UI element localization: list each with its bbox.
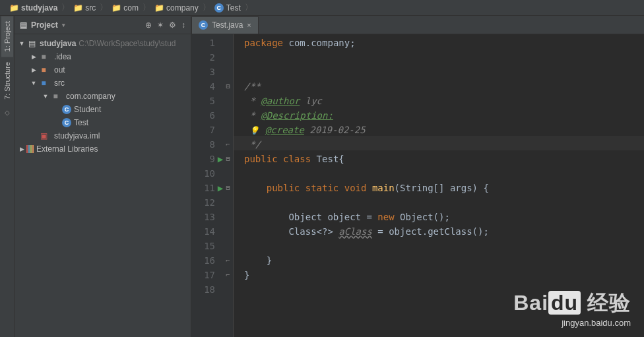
line-number[interactable]: 14 [191, 224, 215, 239]
fold-mark[interactable]: ⊟ [223, 79, 233, 94]
expand-icon[interactable]: ▶ [29, 67, 38, 73]
code-line[interactable]: public class Test{ [244, 152, 644, 166]
code-line[interactable] [244, 166, 644, 181]
locate-icon[interactable]: ⊕ [145, 20, 152, 30]
fold-mark[interactable] [223, 210, 233, 224]
editor-tab-test[interactable]: C Test.java × [191, 16, 259, 34]
tool-tab-project[interactable]: 1: Project [1, 16, 13, 57]
line-number[interactable]: 5 [191, 94, 215, 108]
fold-mark[interactable] [223, 94, 233, 108]
code-line[interactable]: public static void main(String[] args) { [244, 181, 644, 195]
fold-mark[interactable]: ⌐ [223, 137, 233, 152]
code-line[interactable]: package com.company; [244, 36, 644, 50]
code-line[interactable]: Object object = new Object(); [244, 210, 644, 224]
close-icon[interactable]: × [247, 21, 251, 29]
code-line[interactable]: /** [244, 79, 644, 94]
code-line[interactable] [244, 50, 644, 65]
code-line[interactable]: 💡 @create 2019-02-25 [244, 123, 644, 137]
line-number[interactable]: 16 [191, 253, 215, 268]
expand-icon[interactable]: ▶ [17, 146, 26, 152]
line-number[interactable]: 13 [191, 210, 215, 224]
tree-item[interactable]: ▼■src [15, 77, 191, 90]
line-number[interactable]: 2 [191, 50, 215, 65]
breadcrumb-item-test[interactable]: C Test [210, 3, 245, 13]
code-content[interactable]: package com.company;/** * @author lyc * … [234, 34, 644, 337]
fold-mark[interactable] [223, 123, 233, 137]
fold-mark[interactable] [223, 108, 233, 123]
sidebar-title[interactable]: ▤ Project ▾ [20, 20, 65, 30]
expand-icon[interactable]: ▶ [29, 53, 38, 60]
line-number[interactable]: 1 [191, 36, 215, 50]
fold-mark[interactable]: ⌐ [223, 253, 233, 268]
tree-item[interactable]: ▶■.idea [15, 50, 191, 63]
line-number[interactable]: 17 [191, 268, 215, 282]
collapse-icon[interactable]: ✶ [157, 20, 164, 30]
tree-item[interactable]: CStudent [15, 103, 191, 116]
line-number[interactable]: 11▶ [191, 181, 215, 195]
code-line[interactable] [244, 65, 644, 79]
fold-mark[interactable] [223, 282, 233, 297]
code-line[interactable]: */ [244, 137, 644, 152]
breadcrumb-item-root[interactable]: 📁 studyjava [5, 3, 61, 13]
tool-tab-structure[interactable]: 7: Structure [1, 57, 13, 105]
line-number[interactable]: 18 [191, 282, 215, 297]
tree-item[interactable]: ▣studyjava.iml [15, 129, 191, 142]
editor-area: C Test.java × 123456789▶1011▶12131415161… [191, 16, 644, 337]
line-number[interactable]: 12 [191, 195, 215, 210]
run-gutter-icon[interactable]: ▶ [215, 181, 226, 195]
tree-item[interactable]: CTest [15, 116, 191, 129]
expand-icon[interactable]: ▼ [29, 80, 38, 86]
line-number[interactable]: 3 [191, 65, 215, 79]
fold-mark[interactable] [223, 166, 233, 181]
fold-mark[interactable]: ⌐ [223, 268, 233, 282]
code-line[interactable] [244, 239, 644, 253]
line-number[interactable]: 8 [191, 137, 215, 152]
breadcrumb-item-src[interactable]: 📁 src [69, 3, 100, 13]
fold-mark[interactable] [223, 239, 233, 253]
code-line[interactable]: Class<?> aClass = object.getClass(); [244, 224, 644, 239]
expand-icon[interactable]: ▼ [41, 93, 50, 100]
tree-item[interactable]: ▶■out [15, 63, 191, 77]
chevron-right-icon: 〉 [100, 2, 108, 13]
folder-icon: ■ [50, 91, 61, 102]
fold-mark[interactable] [223, 36, 233, 50]
code-line[interactable]: * @Description: [244, 108, 644, 123]
folder-icon: 📁 [73, 3, 82, 13]
fold-mark[interactable] [223, 195, 233, 210]
expand-icon[interactable]: ▼ [17, 40, 26, 47]
sidebar-header: ▤ Project ▾ ⊕ ✶ ⚙ ↕ [15, 16, 191, 34]
run-gutter-icon[interactable]: ▶ [215, 152, 226, 166]
code-line[interactable]: } [244, 253, 644, 268]
fold-mark[interactable] [223, 65, 233, 79]
iml-file-icon: ▣ [38, 131, 49, 141]
chevron-right-icon: 〉 [143, 2, 150, 13]
hide-icon[interactable]: ↕ [181, 20, 185, 30]
code-line[interactable]: } [244, 268, 644, 282]
class-icon: C [199, 20, 208, 30]
line-number[interactable]: 4 [191, 79, 215, 94]
project-icon: ▤ [20, 20, 27, 30]
editor-body[interactable]: 123456789▶1011▶12131415161718 ⊟⌐⊟⊟⌐⌐ pac… [191, 34, 644, 337]
tree-external-libs[interactable]: ▶ External Libraries [15, 142, 191, 156]
class-icon: C [62, 118, 71, 127]
tree-root[interactable]: ▼ ▤ studyjava C:\D\WorkSpace\study\stud [15, 37, 191, 50]
line-number[interactable]: 10 [191, 166, 215, 181]
line-number[interactable]: 9▶ [191, 152, 215, 166]
code-line[interactable]: * @author lyc [244, 94, 644, 108]
breadcrumb-item-com[interactable]: 📁 com [108, 3, 143, 13]
line-number[interactable]: 15 [191, 239, 215, 253]
chevron-right-icon: 〉 [245, 2, 253, 13]
gear-icon[interactable]: ⚙ [169, 20, 176, 30]
class-icon: C [214, 3, 224, 13]
line-number[interactable]: 6 [191, 108, 215, 123]
code-line[interactable] [244, 195, 644, 210]
line-number[interactable]: 7 [191, 123, 215, 137]
breadcrumb-item-company[interactable]: 📁 company [150, 3, 203, 13]
fold-mark[interactable] [223, 50, 233, 65]
fold-mark[interactable] [223, 224, 233, 239]
folder-icon: ■ [38, 78, 49, 88]
tree-item[interactable]: ▼■com.company [15, 90, 191, 103]
build-variants-icon[interactable]: ◇ [5, 109, 10, 116]
code-line[interactable] [244, 282, 644, 297]
project-sidebar: ▤ Project ▾ ⊕ ✶ ⚙ ↕ ▼ ▤ studyjava C:\D\W… [15, 16, 191, 337]
